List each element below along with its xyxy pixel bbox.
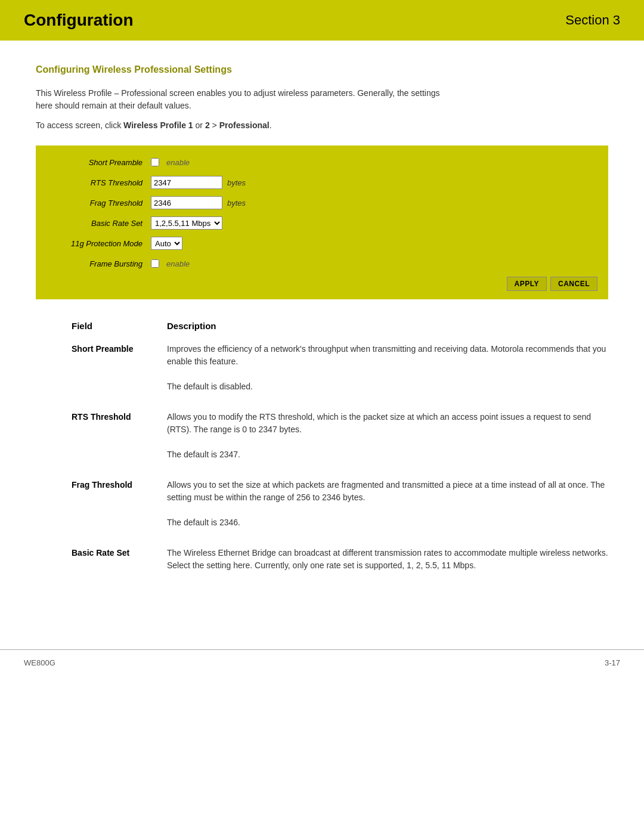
description-table: Field Description Short Preamble Improve… [36,321,608,584]
short-preamble-row: Short Preamble enable [47,154,597,171]
rts-threshold-row: RTS Threshold bytes [47,174,597,191]
field-frag-threshold: Frag Threshold [36,473,167,541]
field-basic-rate-set: Basic Rate Set [36,541,167,584]
frag-threshold-unit: bytes [227,199,246,208]
short-preamble-checkbox-label: enable [166,158,190,167]
main-content: Configuring Wireless Professional Settin… [0,41,644,625]
frame-bursting-checkbox[interactable] [151,259,159,268]
basic-rate-set-row: Basic Rate Set 1,2,5.5,11 Mbps [47,215,597,231]
table-row: Short Preamble Improves the efficiency o… [36,337,608,405]
protection-mode-row: 11g Protection Mode Auto [47,235,597,252]
short-preamble-checkbox[interactable] [151,158,159,166]
desc-rts-threshold: Allows you to modify the RTS threshold, … [167,405,608,473]
basic-rate-set-value: 1,2,5.5,11 Mbps [151,216,222,230]
desc-frag-threshold: Allows you to set the size at which pack… [167,473,608,541]
field-rts-threshold: RTS Threshold [36,405,167,473]
table-row: RTS Threshold Allows you to modify the R… [36,405,608,473]
field-column-header: Field [36,321,167,337]
frame-bursting-row: Frame Bursting enable [47,255,597,272]
rts-threshold-label: RTS Threshold [47,178,151,187]
page-header: Configuration Section 3 [0,0,644,41]
protection-mode-value: Auto [151,237,182,250]
table-row: Basic Rate Set The Wireless Ethernet Bri… [36,541,608,584]
access-bold2: 2 [205,120,210,130]
frame-bursting-value: enable [151,259,190,268]
basic-rate-set-label: Basic Rate Set [47,219,151,228]
intro-paragraph: This Wireless Profile – Professional scr… [36,87,441,112]
short-preamble-value: enable [151,158,190,167]
page-footer: WE800G 3-17 [0,649,644,676]
frag-threshold-row: Frag Threshold bytes [47,194,597,211]
description-column-header: Description [167,321,608,337]
config-panel: Short Preamble enable RTS Threshold byte… [36,145,608,299]
short-preamble-label: Short Preamble [47,158,151,167]
footer-page: 3-17 [605,658,620,667]
desc-basic-rate-set: The Wireless Ethernet Bridge can broadca… [167,541,608,584]
frag-threshold-label: Frag Threshold [47,199,151,208]
form-button-row: APPLY CANCEL [47,277,597,291]
footer-model: WE800G [24,658,55,667]
frame-bursting-checkbox-label: enable [166,259,190,268]
frag-threshold-value: bytes [151,196,246,209]
protection-mode-select[interactable]: Auto [151,237,182,250]
page-subtitle: Configuring Wireless Professional Settin… [36,64,608,75]
table-row: Frag Threshold Allows you to set the siz… [36,473,608,541]
field-short-preamble: Short Preamble [36,337,167,405]
rts-threshold-unit: bytes [227,178,246,187]
section-label: Section 3 [565,13,620,28]
page-title: Configuration [24,11,134,30]
cancel-button[interactable]: CANCEL [550,277,597,291]
access-bold3: Professional [219,120,270,130]
access-bold1: Wireless Profile 1 [123,120,193,130]
frame-bursting-label: Frame Bursting [47,259,151,268]
access-instruction: To access screen, click Wireless Profile… [36,120,608,130]
rts-threshold-value: bytes [151,176,246,189]
protection-mode-label: 11g Protection Mode [47,239,151,248]
apply-button[interactable]: APPLY [507,277,547,291]
basic-rate-set-select[interactable]: 1,2,5.5,11 Mbps [151,216,222,230]
rts-threshold-input[interactable] [151,176,222,189]
desc-short-preamble: Improves the efficiency of a network's t… [167,337,608,405]
frag-threshold-input[interactable] [151,196,222,209]
